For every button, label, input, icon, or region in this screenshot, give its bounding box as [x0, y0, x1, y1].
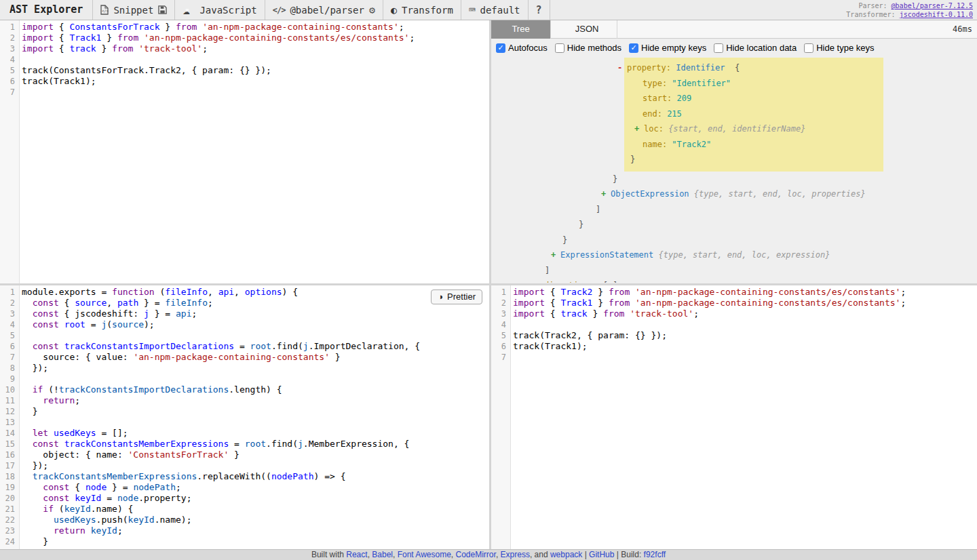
line-number: 10 [0, 384, 20, 395]
tree-option-hide-methods[interactable]: Hide methods [555, 43, 621, 53]
option-label: Hide methods [567, 43, 621, 53]
footer-text: Built with [311, 550, 346, 559]
line-number: 5 [0, 65, 20, 76]
tree-token: 209 [677, 94, 692, 103]
tree-token: directives: [544, 281, 598, 283]
tree-token: start: [643, 94, 672, 103]
code-line: 7 [491, 352, 977, 363]
tree-node-line[interactable]: +ExpressionStatement {type, start, end, … [491, 247, 977, 263]
code-line: 6track(Track1); [0, 76, 489, 87]
source-code-editor[interactable]: 1import { ConstantsForTrack } from 'an-n… [0, 20, 489, 283]
infinity-glyph: ∞ [185, 7, 189, 13]
tree-node-line[interactable]: } [491, 172, 977, 187]
footer-link[interactable]: React [346, 550, 367, 559]
line-number: 8 [0, 363, 20, 374]
footer-link[interactable]: Font Awesome [398, 550, 451, 559]
tree-option-hide-type-keys[interactable]: Hide type keys [804, 43, 874, 53]
tree-option-hide-empty-keys[interactable]: ✓Hide empty keys [629, 43, 706, 53]
code-line: 2import { Track1 } from 'an-npm-package-… [491, 298, 977, 308]
code-line: 5 [0, 330, 489, 341]
expand-toggle-icon[interactable]: + [634, 121, 639, 137]
tree-node-line[interactable]: } [491, 217, 977, 233]
code-line: 1module.exports = function (fileInfo, ap… [0, 287, 489, 298]
tree-option-hide-location-data[interactable]: Hide location data [714, 43, 797, 53]
line-number: 11 [0, 395, 20, 406]
help-button[interactable]: ? [529, 0, 550, 20]
category-label: JavaScript [199, 5, 256, 16]
collapse-toggle-icon[interactable]: - [617, 60, 622, 76]
transformer-version-link[interactable]: jscodeshift-0.11.0 [900, 11, 973, 18]
parser-button[interactable]: </> @babel/parser ⚙ [265, 0, 383, 20]
tree-option-autofocus[interactable]: ✓Autofocus [496, 43, 548, 53]
checkbox[interactable] [714, 43, 723, 53]
keyboard-icon: ⌨ [469, 3, 476, 16]
checkbox[interactable]: ✓ [496, 43, 505, 53]
tree-token: loc: [644, 124, 664, 134]
snippet-button[interactable]: </> Snippet [93, 0, 175, 20]
category-button[interactable]: ☁ ∞ JavaScript [175, 0, 265, 20]
tree-node-line[interactable]: start: 209 [624, 91, 883, 106]
tree-token: {start, end, identifierName} [668, 124, 805, 134]
file-code-icon: </> [100, 5, 109, 15]
transform-code-editor[interactable]: 1module.exports = function (fileInfo, ap… [0, 285, 489, 549]
footer-link[interactable]: CodeMirror [456, 550, 496, 559]
transform-output-editor[interactable]: 1import { Track2 } from 'an-npm-package-… [491, 285, 977, 549]
tree-token: [ ] [598, 281, 617, 283]
code-line: 5track(ConstantsForTrack.Track2, { param… [0, 65, 489, 76]
tree-node-line[interactable]: end: 215 [624, 106, 883, 122]
tree-node-line[interactable]: name: "Track2" [624, 137, 883, 153]
gear-icon[interactable]: ⚙ [369, 4, 375, 16]
ast-tree-panel: Tree JSON 46ms ✓AutofocusHide methods✓Hi… [491, 20, 977, 283]
tree-node-line[interactable]: directives: [ ] [491, 278, 977, 283]
tree-token: ] [545, 266, 550, 275]
footer-link[interactable]: webpack [550, 550, 582, 559]
tree-node-line[interactable]: ] [491, 263, 977, 279]
checkbox[interactable]: ✓ [629, 43, 638, 53]
tree-token: property: [627, 63, 671, 73]
code-line: 20 const keyId = node.property; [0, 493, 489, 504]
tree-node-line[interactable]: } [624, 152, 883, 167]
prettier-toggle-button[interactable]: ◑ Prettier [431, 289, 482, 304]
app-title: AST Explorer [0, 0, 93, 20]
parser-version-link[interactable]: @babel/parser-7.12.5 [892, 2, 973, 9]
tab-json[interactable]: JSON [558, 20, 617, 39]
tree-node-line[interactable]: +ObjectExpression {type, start, end, loc… [491, 186, 977, 202]
tab-tree[interactable]: Tree [491, 20, 551, 39]
footer-link[interactable]: GitHub [589, 550, 614, 559]
expand-toggle-icon[interactable]: + [601, 186, 606, 202]
checkbox[interactable] [555, 43, 564, 53]
tree-node-line[interactable]: -property: Identifier { [624, 60, 883, 76]
tree-token [653, 250, 658, 260]
save-icon[interactable] [158, 5, 167, 14]
line-number: 18 [0, 471, 20, 482]
line-number: 14 [0, 428, 20, 439]
footer-link[interactable]: f92fcff [644, 550, 666, 559]
code-line: 15 const trackConstantsMemberExpressions… [0, 439, 489, 449]
node-type-link[interactable]: ObjectExpression [611, 189, 689, 199]
code-line: 6track(Track1); [491, 341, 977, 352]
line-number: 1 [491, 287, 511, 298]
footer-link[interactable]: Babel [372, 550, 393, 559]
code-line: 5track(Track2, { param: {} }); [491, 330, 977, 341]
code-line: 2 const { source, path } = fileInfo; [0, 298, 489, 308]
tree-token: end: [643, 109, 662, 119]
line-number: 1 [0, 287, 20, 298]
tree-node-line[interactable]: } [491, 233, 977, 248]
node-type-link[interactable]: Identifier [676, 63, 725, 73]
transform-toggle[interactable]: ◐ Transform [383, 0, 461, 20]
ast-tree-view[interactable]: -property: Identifier {type: "Identifier… [491, 57, 977, 283]
line-number: 1 [0, 22, 20, 33]
expand-toggle-icon[interactable]: + [551, 247, 556, 263]
tree-node-line[interactable]: +loc: {start, end, identifierName} [624, 121, 883, 137]
keymap-button[interactable]: ⌨ default [461, 0, 529, 20]
code-line: 21 if (keyId.name) { [0, 504, 489, 515]
tree-token: } [579, 220, 583, 229]
code-line: 14 let usedKeys = []; [0, 428, 489, 439]
toggle-icon: ◐ [391, 4, 397, 16]
footer-text: | Build: [614, 550, 643, 559]
tree-node-line[interactable]: type: "Identifier" [624, 76, 883, 92]
tree-node-line[interactable]: ] [491, 202, 977, 218]
checkbox[interactable] [804, 43, 813, 53]
footer-link[interactable]: Express [501, 550, 530, 559]
node-type-link[interactable]: ExpressionStatement [560, 250, 653, 260]
